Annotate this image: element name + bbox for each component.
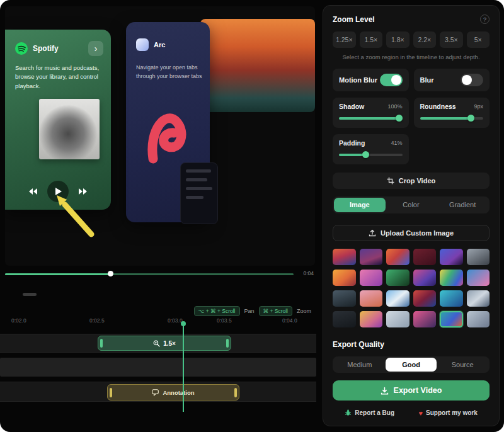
video-clip-track[interactable]	[0, 358, 316, 377]
wallpaper-thumbnail-17[interactable]	[440, 290, 463, 307]
timeline[interactable]: ⌥ + ⌘ + Scroll Pan ⌘ + Scroll Zoom 0:02.…	[0, 304, 316, 427]
shadow-slider[interactable]	[339, 115, 403, 122]
tab-image[interactable]: Image	[334, 198, 386, 212]
annotation-track[interactable]: Annotation	[0, 382, 316, 402]
arc-tooltip-popover	[180, 162, 218, 224]
scrubber-fill	[5, 273, 111, 275]
blur-label: Blur	[420, 76, 434, 84]
zoom-caption: Select a zoom region in the timeline to …	[333, 54, 490, 60]
report-bug-link[interactable]: Report a Bug	[345, 409, 394, 416]
wallpaper-thumbnail-4[interactable]	[413, 249, 437, 265]
zoom-track[interactable]: 1.5×	[0, 334, 316, 353]
arc-card-description: Navigate your open tabs through your bro…	[136, 64, 204, 81]
zoom-option-1.25x[interactable]: 1.25×	[333, 31, 356, 48]
scrubber-handle[interactable]	[108, 271, 113, 276]
zoom-options-row: 1.25× 1.5× 1.8× 2.2× 3.5× 5×	[333, 31, 490, 48]
wallpaper-thumbnail-16[interactable]	[413, 290, 437, 307]
help-icon[interactable]: ?	[480, 14, 490, 24]
zoom-option-1.8x[interactable]: 1.8×	[386, 31, 410, 48]
wallpaper-thumbnail-8[interactable]	[360, 270, 383, 286]
tab-color[interactable]: Color	[386, 198, 437, 212]
play-icon	[54, 187, 62, 196]
wallpaper-thumbnail-5[interactable]	[440, 249, 463, 265]
settings-panel: Zoom Level ? 1.25× 1.5× 1.8× 2.2× 3.5× 5…	[323, 5, 500, 426]
wallpaper-thumbnail-15[interactable]	[386, 290, 410, 307]
wallpaper-thumbnail-18[interactable]	[467, 290, 490, 307]
roundness-slider[interactable]	[420, 115, 484, 122]
wallpaper-thumbnail-23[interactable]	[440, 311, 463, 327]
chevron-right-icon: ›	[88, 41, 103, 56]
zoom-segment[interactable]: 1.5×	[98, 336, 231, 351]
report-bug-label: Report a Bug	[355, 409, 394, 416]
zoom-segment-label: 1.5×	[163, 340, 176, 347]
crop-video-button[interactable]: Crop Video	[333, 173, 490, 189]
zoom-option-2.2x[interactable]: 2.2×	[413, 31, 437, 48]
crop-video-label: Crop Video	[399, 177, 435, 185]
wallpaper-thumbnail-21[interactable]	[386, 311, 410, 327]
wallpaper-thumbnail-24[interactable]	[467, 311, 490, 327]
annotation-segment[interactable]: Annotation	[107, 384, 239, 401]
crop-icon	[387, 177, 394, 185]
slider-fill	[339, 154, 365, 156]
ruler-label: 0:02.5	[89, 317, 105, 324]
motion-blur-toggle[interactable]	[380, 74, 403, 86]
zoom-option-3.5x[interactable]: 3.5×	[440, 31, 463, 48]
export-quality-options: Medium Good Source	[333, 356, 490, 373]
next-track-icon	[77, 188, 88, 195]
quality-option-medium[interactable]: Medium	[334, 358, 386, 372]
support-label: Support my work	[426, 409, 478, 416]
export-quality-title: Export Quality	[333, 340, 490, 349]
shadow-slider-card: Shadow 100%	[333, 98, 409, 128]
wallpaper-thumbnail-14[interactable]	[360, 290, 383, 307]
zoom-hint-label: Zoom	[297, 308, 311, 314]
pan-hint-label: Pan	[244, 308, 255, 314]
wallpaper-thumbnail-9[interactable]	[386, 270, 410, 286]
shadow-label: Shadow	[339, 103, 364, 110]
timeline-resize-handle[interactable]	[23, 293, 37, 296]
quality-option-source[interactable]: Source	[437, 358, 488, 372]
wallpaper-thumbnail-3[interactable]	[386, 249, 410, 265]
magnifier-plus-icon	[153, 340, 160, 347]
scrubber-track[interactable]	[5, 273, 294, 275]
zoom-level-title: Zoom Level	[333, 15, 375, 24]
wallpaper-thumbnail-6[interactable]	[467, 249, 490, 265]
blur-toggle[interactable]	[461, 74, 483, 86]
album-art-image	[39, 99, 100, 159]
support-link[interactable]: ♥ Support my work	[419, 409, 478, 417]
wallpaper-thumbnail-10[interactable]	[413, 270, 437, 286]
zoom-option-1.5x[interactable]: 1.5×	[360, 31, 383, 48]
upload-custom-image-button[interactable]: Upload Custom Image	[333, 225, 490, 241]
padding-slider[interactable]	[339, 151, 403, 158]
playback-time: 0:04	[303, 270, 314, 276]
wallpaper-thumbnail-20[interactable]	[360, 311, 383, 327]
heart-icon: ♥	[419, 409, 423, 417]
motion-blur-label: Motion Blur	[339, 76, 377, 84]
video-preview[interactable]: Arc Navigate your open tabs through your…	[5, 6, 315, 266]
slider-knob[interactable]	[362, 151, 369, 158]
sunset-wallpaper-card	[200, 19, 315, 112]
wallpaper-thumbnail-12[interactable]	[467, 270, 490, 286]
shadow-value: 100%	[387, 103, 402, 110]
blur-card: Blur	[414, 69, 490, 91]
tab-gradient[interactable]: Gradient	[437, 198, 488, 212]
zoom-option-5x[interactable]: 5×	[467, 31, 490, 48]
playback-scrubber[interactable]: 0:04	[5, 270, 315, 279]
tooltip-text-line	[186, 169, 211, 173]
motion-blur-card: Motion Blur	[333, 69, 409, 91]
ruler-label: 0:04.0	[282, 317, 297, 324]
wallpaper-thumbnail-11[interactable]	[440, 270, 463, 286]
slider-knob[interactable]	[396, 115, 403, 122]
export-video-label: Export Video	[394, 386, 442, 395]
wallpaper-thumbnail-2[interactable]	[360, 249, 383, 265]
playhead[interactable]	[183, 325, 184, 412]
wallpaper-thumbnail-7[interactable]	[333, 270, 356, 286]
tooltip-text-line	[186, 187, 212, 190]
wallpaper-thumbnail-13[interactable]	[333, 290, 356, 307]
wallpaper-thumbnail-1[interactable]	[333, 249, 356, 265]
wallpaper-thumbnail-19[interactable]	[333, 311, 356, 327]
roundness-value: 9px	[474, 103, 483, 110]
export-video-button[interactable]: Export Video	[333, 380, 490, 401]
slider-knob[interactable]	[467, 115, 474, 122]
wallpaper-thumbnail-22[interactable]	[413, 311, 437, 327]
quality-option-good[interactable]: Good	[386, 358, 437, 372]
